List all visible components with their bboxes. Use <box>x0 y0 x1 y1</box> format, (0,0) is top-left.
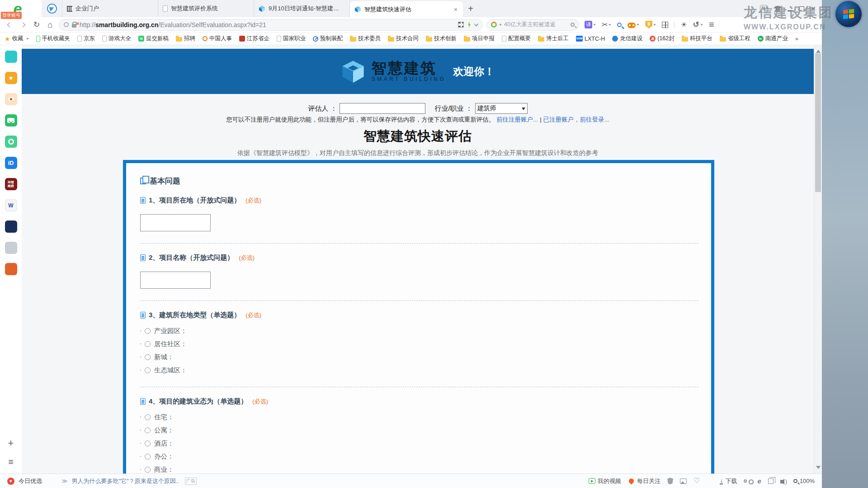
today-picks-label[interactable]: 今日优选 <box>19 477 42 485</box>
register-link[interactable]: 前往注册账户... <box>496 116 538 123</box>
radio-button[interactable] <box>145 454 151 460</box>
loop-icon[interactable] <box>5 136 17 148</box>
search-box[interactable]: 40亿大案主犯被遣返 <box>486 19 579 31</box>
question-2-input[interactable] <box>140 272 211 289</box>
maximize-button[interactable] <box>799 6 804 11</box>
news-headline[interactable]: 男人为什么要多吃"它"？原来是这个原因.. <box>72 477 179 485</box>
menu-icon[interactable] <box>709 19 714 30</box>
tab-智慧建筑评价系统[interactable]: 智慧建筑评价系统 <box>158 0 254 17</box>
login-link[interactable]: 已注册账户，前往登录... <box>543 116 609 123</box>
radio-button[interactable] <box>145 341 151 347</box>
game2-icon[interactable] <box>5 242 17 254</box>
rocket-status-item[interactable] <box>707 478 713 484</box>
bookmark-项目申报[interactable]: 项目申报 <box>464 35 495 42</box>
speaker-status-item[interactable] <box>780 479 787 483</box>
qr-code-icon[interactable] <box>458 22 464 28</box>
tab-9月10日培训通知-智慧建筑网[interactable]: 9月10日培训通知-智慧建筑网 <box>254 0 350 17</box>
apps-grid-icon[interactable] <box>662 22 668 28</box>
home-button[interactable] <box>45 20 55 30</box>
bookmark-技术合同[interactable]: 技术合同 <box>388 35 419 42</box>
new-tab-button[interactable] <box>463 0 478 17</box>
tab-智慧建筑快速评估[interactable]: 智慧建筑快速评估 <box>350 1 463 17</box>
login-badge[interactable]: 登录账号 <box>1 12 22 19</box>
word-doc-icon[interactable]: W <box>5 199 17 211</box>
bookmark-京东[interactable]: 京东 <box>77 35 95 42</box>
bookmark-龙信建设[interactable]: 龙信建设 <box>612 35 642 42</box>
bookmark-提交新稿[interactable]: W提交新稿 <box>138 35 169 42</box>
page-scrollbar[interactable] <box>814 45 822 474</box>
bookmark-技术委员[interactable]: 技术委员 <box>350 35 381 42</box>
skin-theme-icon[interactable] <box>774 6 781 12</box>
pinned-tab[interactable] <box>42 0 62 17</box>
scissors-icon[interactable] <box>602 20 611 29</box>
scrollbar-thumb[interactable] <box>815 53 821 192</box>
evaluator-input[interactable] <box>340 103 425 114</box>
search-engine-dropdown-icon[interactable] <box>499 24 502 27</box>
restore-session-icon[interactable] <box>693 20 703 29</box>
back-button[interactable] <box>5 20 14 30</box>
bookmark-江苏省企[interactable]: 江苏省企 <box>239 35 269 42</box>
brightness-icon[interactable] <box>680 20 687 29</box>
bookmark-科技平台[interactable]: 科技平台 <box>682 35 712 42</box>
radio-button[interactable] <box>145 367 151 373</box>
forward-button[interactable] <box>18 20 28 30</box>
bookmark-省级工程[interactable]: 省级工程 <box>720 35 750 42</box>
bookmark-博士后工[interactable]: 博士后工 <box>538 35 569 42</box>
mail-icon[interactable] <box>5 114 17 127</box>
search-engine-icon[interactable] <box>491 22 497 28</box>
search-icon[interactable] <box>571 23 575 27</box>
bookmark-招聘[interactable]: 招聘 <box>176 35 195 42</box>
site-info-icon[interactable] <box>64 22 69 27</box>
radio-button[interactable] <box>145 427 151 433</box>
heart-outline-status-item[interactable] <box>693 478 700 484</box>
idou-icon[interactable]: iD <box>5 157 17 169</box>
windows-logo-icon[interactable] <box>835 1 862 27</box>
bookmark-预制装配[interactable]: 预制装配 <box>313 35 343 42</box>
close-button[interactable] <box>811 5 816 13</box>
sidebar-menu-button[interactable] <box>8 457 14 467</box>
bookmark-(162封[interactable]: 易(162封 <box>650 35 675 42</box>
game1-icon[interactable] <box>5 221 17 233</box>
reader-status-item[interactable] <box>744 479 750 483</box>
radio-button[interactable] <box>145 328 151 334</box>
zoom-status-item[interactable]: 100% <box>793 478 815 484</box>
minimize-button[interactable] <box>788 10 793 11</box>
question-1-input[interactable] <box>140 214 211 231</box>
radio-button[interactable] <box>145 467 151 473</box>
tab-close-icon[interactable] <box>453 6 458 13</box>
scroll-down-icon[interactable] <box>816 466 821 471</box>
chevron-down-icon[interactable] <box>474 22 479 26</box>
bookmark-南通产业[interactable]: in南通产业 <box>758 35 788 42</box>
industry-select[interactable]: 建筑师 <box>475 103 528 114</box>
favorites-star-icon[interactable]: ★ <box>5 72 17 84</box>
speed-mode-icon[interactable] <box>467 22 472 28</box>
flame-status-item[interactable]: 每日关注 <box>628 477 660 485</box>
game3-icon[interactable] <box>5 263 17 275</box>
refresh-button[interactable] <box>32 20 42 30</box>
scroll-up-icon[interactable] <box>816 47 821 53</box>
wallet-shield-icon[interactable] <box>645 21 656 28</box>
radio-button[interactable] <box>145 441 151 446</box>
tab-count-badge[interactable]: 4 <box>760 5 768 13</box>
bookmark-LXTC-H[interactable]: DSMLXTC-H <box>576 36 605 42</box>
search-hot-text[interactable]: 40亿大案主犯被遣返 <box>504 21 568 28</box>
bookmark-游戏大全[interactable]: 游戏大全 <box>102 35 131 42</box>
download-status-item[interactable]: 下载 <box>720 477 737 485</box>
bookmark-中国人事[interactable]: 中国人事 <box>203 35 232 42</box>
huanqiu-school-icon[interactable]: 环球网校 <box>5 178 17 190</box>
radio-button[interactable] <box>145 414 151 420</box>
image-status-item[interactable] <box>680 479 687 484</box>
bookmark-收藏[interactable]: 收藏 <box>5 35 29 42</box>
bookmark-配置概要[interactable]: 配置概要 <box>502 35 531 42</box>
play-status-item[interactable]: 我的视频 <box>589 477 621 485</box>
address-bar[interactable]: http://smartbuilding.org.cn/Evaluation/S… <box>59 19 483 31</box>
bookmark-国家职业[interactable]: 国家职业 <box>277 35 306 42</box>
translate-icon[interactable] <box>585 21 596 28</box>
bookmark-手机收藏夹[interactable]: 手机收藏夹 <box>36 35 71 42</box>
weibo-icon[interactable] <box>5 93 17 105</box>
radio-button[interactable] <box>145 354 151 360</box>
find-icon[interactable] <box>617 23 622 27</box>
add-app-button[interactable] <box>8 439 14 448</box>
bookmark-技术创新[interactable]: 技术创新 <box>426 35 457 42</box>
knot-icon[interactable] <box>5 51 17 63</box>
